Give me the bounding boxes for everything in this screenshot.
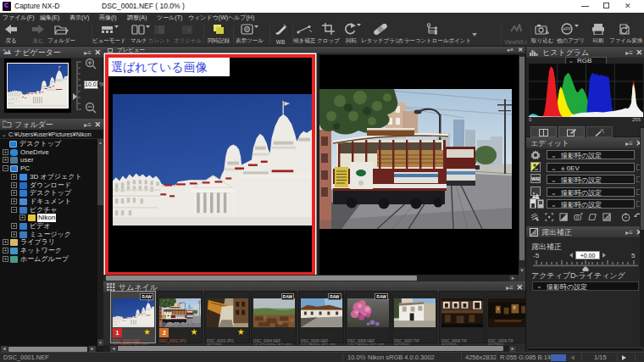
svg-text:APP: APP — [563, 26, 572, 31]
